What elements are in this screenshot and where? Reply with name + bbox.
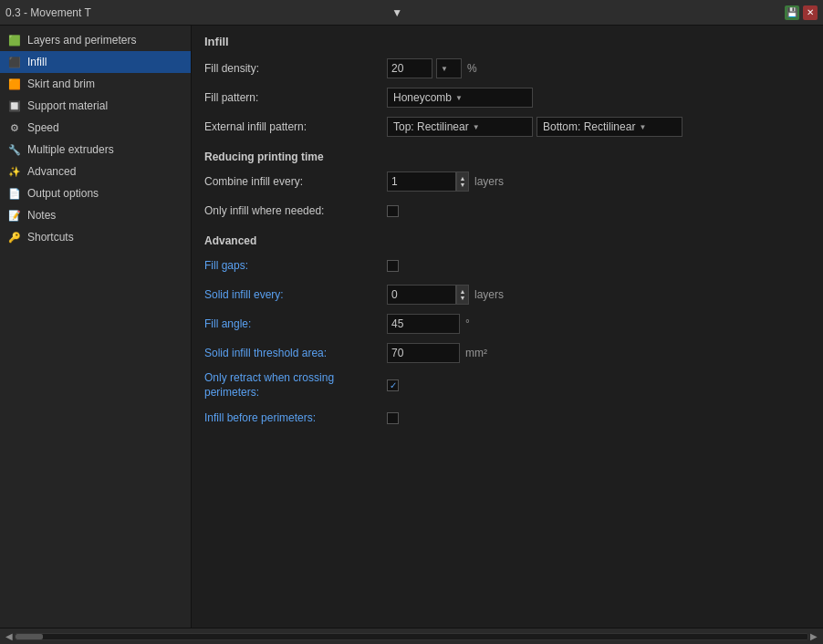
- content-area: Infill Fill density: ▼ % Fill pattern: H…: [192, 26, 823, 628]
- fill-density-unit: %: [467, 62, 477, 75]
- notes-icon: 📝: [7, 208, 22, 223]
- combine-infill-unit: layers: [474, 175, 504, 188]
- retract-crossing-label: Only retract when crossing perimeters:: [204, 371, 387, 400]
- retract-crossing-control: [387, 379, 399, 391]
- scroll-left-icon[interactable]: ◀: [4, 631, 15, 641]
- sidebar-item-speed[interactable]: ⚙ Speed: [0, 117, 191, 139]
- only-infill-control: [387, 205, 399, 217]
- extruders-icon: 🔧: [7, 142, 22, 157]
- sidebar-label-infill: Infill: [27, 56, 47, 68]
- fill-density-row: Fill density: ▼ %: [204, 57, 810, 79]
- advanced-section-title: Advanced: [204, 234, 810, 247]
- sidebar-item-advanced[interactable]: ✨ Advanced: [0, 161, 191, 182]
- fill-gaps-control: [387, 260, 399, 272]
- fill-density-dropdown[interactable]: ▼: [436, 58, 462, 78]
- external-infill-row: External infill pattern: Top: Rectilinea…: [204, 116, 810, 138]
- fill-gaps-label: Fill gaps:: [204, 259, 387, 272]
- sidebar-item-notes[interactable]: 📝 Notes: [0, 204, 191, 226]
- combine-infill-label: Combine infill every:: [204, 175, 387, 188]
- spinbox-up-icon: ▲: [460, 175, 466, 182]
- fill-pattern-dropdown[interactable]: Honeycomb ▼: [387, 88, 533, 108]
- infill-before-control: [387, 412, 399, 424]
- sidebar: 🟩 Layers and perimeters ⬛ Infill 🟧 Skirt…: [0, 26, 192, 628]
- fill-angle-input[interactable]: [387, 314, 460, 334]
- solid-infill-unit: layers: [474, 288, 504, 301]
- main-layout: 🟩 Layers and perimeters ⬛ Infill 🟧 Skirt…: [0, 26, 823, 628]
- solid-threshold-row: Solid infill threshold area: mm²: [204, 342, 810, 364]
- sidebar-label-layers: Layers and perimeters: [27, 34, 136, 47]
- layers-icon: 🟩: [7, 33, 22, 47]
- fill-gaps-checkbox[interactable]: [387, 260, 399, 272]
- retract-crossing-checkbox[interactable]: [387, 379, 399, 391]
- combine-infill-spinbox: ▲ ▼: [387, 171, 469, 192]
- combine-infill-input[interactable]: [387, 171, 456, 192]
- fill-angle-row: Fill angle: °: [204, 313, 810, 335]
- titlebar: 0.3 - Movement T ▼ 💾 ✕: [0, 0, 823, 26]
- bottom-infill-value: Bottom: Rectilinear: [543, 120, 635, 133]
- output-icon: 📄: [7, 186, 22, 201]
- infill-before-row: Infill before perimeters:: [204, 407, 810, 429]
- chevron-down-icon: ▼: [455, 94, 463, 102]
- sidebar-label-output: Output options: [27, 187, 99, 200]
- spinbox-down-icon: ▼: [460, 295, 466, 301]
- skirt-icon: 🟧: [7, 77, 22, 91]
- sidebar-item-skirt[interactable]: 🟧 Skirt and brim: [0, 73, 191, 95]
- sidebar-label-shortcuts: Shortcuts: [27, 231, 74, 244]
- fill-angle-control: °: [387, 314, 470, 334]
- chevron-down-icon: ▼: [639, 123, 646, 131]
- only-infill-row: Only infill where needed:: [204, 200, 810, 222]
- support-icon: 🔲: [7, 99, 22, 113]
- combine-infill-row: Combine infill every: ▲ ▼ layers: [204, 171, 810, 192]
- solid-threshold-unit: mm²: [465, 347, 487, 359]
- bottom-infill-dropdown[interactable]: Bottom: Rectilinear ▼: [537, 117, 682, 137]
- fill-pattern-label: Fill pattern:: [204, 91, 387, 104]
- sidebar-item-shortcuts[interactable]: 🔑 Shortcuts: [0, 226, 191, 248]
- speed-icon: ⚙: [7, 120, 22, 135]
- scrollbar-thumb[interactable]: [16, 634, 43, 639]
- only-infill-label: Only infill where needed:: [204, 204, 387, 217]
- spinbox-arrows[interactable]: ▲ ▼: [456, 171, 469, 192]
- solid-threshold-control: mm²: [387, 343, 487, 363]
- scroll-right-icon[interactable]: ▶: [808, 631, 819, 641]
- reducing-section-title: Reducing printing time: [204, 151, 810, 163]
- fill-pattern-row: Fill pattern: Honeycomb ▼: [204, 87, 810, 109]
- solid-threshold-input[interactable]: [387, 343, 460, 363]
- spinbox-up-icon: ▲: [460, 288, 466, 295]
- solid-infill-control: ▲ ▼ layers: [387, 285, 504, 305]
- sidebar-label-extruders: Multiple extruders: [27, 143, 114, 156]
- external-infill-label: External infill pattern:: [204, 120, 387, 133]
- fill-density-input[interactable]: [387, 58, 432, 78]
- only-infill-checkbox[interactable]: [387, 205, 399, 217]
- top-infill-value: Top: Rectilinear: [393, 120, 469, 133]
- fill-density-control: ▼ %: [387, 58, 477, 78]
- sidebar-item-layers-perimeters[interactable]: 🟩 Layers and perimeters: [0, 29, 191, 51]
- infill-before-label: Infill before perimeters:: [204, 411, 387, 424]
- chevron-down-icon: ▼: [441, 65, 448, 73]
- scrollbar-track: [15, 633, 808, 640]
- fill-pattern-value: Honeycomb: [393, 91, 452, 104]
- close-button[interactable]: ✕: [803, 5, 818, 20]
- sidebar-item-infill[interactable]: ⬛ Infill: [0, 51, 191, 73]
- save-button[interactable]: 💾: [785, 5, 799, 20]
- solid-threshold-label: Solid infill threshold area:: [204, 347, 387, 359]
- bottom-scrollbar: ◀ ▶: [0, 628, 823, 644]
- dropdown-arrow: ▼: [391, 6, 777, 19]
- top-infill-dropdown[interactable]: Top: Rectilinear ▼: [387, 117, 533, 137]
- external-infill-control: Top: Rectilinear ▼ Bottom: Rectilinear ▼: [387, 117, 682, 137]
- sidebar-item-output[interactable]: 📄 Output options: [0, 182, 191, 204]
- fill-gaps-row: Fill gaps:: [204, 254, 810, 276]
- sidebar-label-speed: Speed: [27, 121, 59, 134]
- solid-infill-row: Solid infill every: ▲ ▼ layers: [204, 284, 810, 306]
- sidebar-item-extruders[interactable]: 🔧 Multiple extruders: [0, 139, 191, 161]
- solid-infill-input[interactable]: [387, 285, 456, 305]
- sidebar-label-support: Support material: [27, 99, 108, 112]
- fill-density-label: Fill density:: [204, 62, 387, 75]
- chevron-down-icon: ▼: [473, 123, 480, 131]
- sidebar-item-support[interactable]: 🔲 Support material: [0, 95, 191, 117]
- fill-pattern-control: Honeycomb ▼: [387, 88, 533, 108]
- solid-spinbox-arrows[interactable]: ▲ ▼: [456, 285, 469, 305]
- main-section-title: Infill: [204, 35, 810, 48]
- titlebar-text: 0.3 - Movement T: [5, 6, 391, 19]
- infill-before-checkbox[interactable]: [387, 412, 399, 424]
- spinbox-down-icon: ▼: [460, 182, 466, 188]
